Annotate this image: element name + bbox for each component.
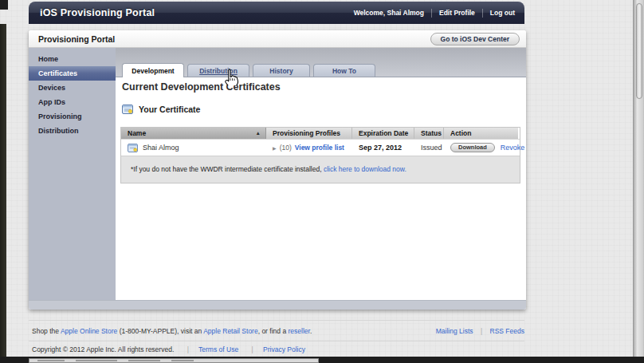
footer-text: . [310,327,312,335]
reseller-link[interactable]: reseller [288,327,309,335]
page-title: iOS Provisioning Portal [29,7,155,18]
sidebar-item-certificates[interactable]: Certificates [29,66,116,81]
apple-online-store-link[interactable]: Apple Online Store [61,327,117,335]
footer-copyright-line: Copyright © 2012 Apple Inc. All rights r… [32,345,305,353]
footer-right-links: Mailing Lists | RSS Feeds [367,327,524,335]
certificate-icon [122,105,133,114]
column-header-action: Action [444,128,518,139]
status-value: Issued [414,144,444,152]
table-row: Shai Almog ▶ (10) View profile list Sep … [121,139,520,156]
apple-retail-store-link[interactable]: Apple Retail Store [203,327,258,335]
sidebar-item-distribution[interactable]: Distribution [29,124,116,138]
divider: | [252,345,253,353]
download-button[interactable]: Download [450,143,495,152]
sidebar-item-provisioning[interactable]: Provisioning [29,109,116,124]
content-box-bottom-band [29,300,526,310]
footer-text: Shop the [32,327,61,335]
portal-header-bar: Provisioning Portal Go to iOS Dev Center [29,30,526,48]
sidebar-item-app-ids[interactable]: App IDs [29,95,116,109]
divider [431,9,432,18]
privacy-policy-link[interactable]: Privacy Policy [263,345,305,353]
wwdr-note: *If you do not have the WWDR intermediat… [121,156,520,183]
column-header-expiration-date[interactable]: Expiration Date [352,128,414,139]
revoke-link[interactable]: Revoke [501,144,525,152]
background-window-toolbar [29,358,319,363]
browser-scrollbar[interactable] [633,0,644,363]
rss-feeds-link[interactable]: RSS Feeds [490,327,524,335]
sidebar-item-home[interactable]: Home [29,52,116,66]
your-certificate-title: Your Certificate [139,105,200,114]
column-header-status[interactable]: Status [414,128,444,139]
footer-text: , or find a [258,327,289,335]
tab-bar: Development Distribution History How To [116,48,526,77]
top-navigation-bar: iOS Provisioning Portal Welcome, Shai Al… [29,2,524,24]
edit-profile-link[interactable]: Edit Profile [439,9,475,17]
tab-distribution[interactable]: Distribution [187,64,249,77]
scrollbar-thumb[interactable] [636,3,642,99]
profiles-count: (10) [280,144,292,152]
desktop-background: iOS Provisioning Portal Welcome, Shai Al… [0,0,644,363]
sidebar-item-devices[interactable]: Devices [29,81,116,95]
background-window-left-edge [0,24,6,357]
certificate-icon [128,144,138,152]
sidebar-navigation: Home Certificates Devices App IDs Provis… [29,48,116,300]
table-header-row: Name ▲ Provisioning Profiles Expiration … [121,128,520,139]
wwdr-note-text: *If you do not have the WWDR intermediat… [131,165,324,173]
tab-history[interactable]: History [253,64,310,77]
footer-shop-line: Shop the Apple Online Store (1-800-MY-AP… [32,327,312,335]
footer-divider [29,320,524,321]
footer-text: (1-800-MY-APPLE), visit an [117,327,203,335]
divider [482,9,483,18]
divider: | [481,327,482,335]
column-header-provisioning-profiles[interactable]: Provisioning Profiles [266,128,352,139]
background-mark [37,360,65,361]
expiration-date: Sep 27, 2012 [352,144,414,152]
view-profile-list-link[interactable]: View profile list [295,144,344,152]
certificates-table: Name ▲ Provisioning Profiles Expiration … [120,127,520,183]
background-mark [171,360,194,361]
footer-divider [29,341,524,341]
copyright-text: Copyright © 2012 Apple Inc. All rights r… [32,345,174,353]
section-heading: Current Development Certificates [122,81,281,93]
main-panel: Development Distribution History How To … [116,48,526,300]
go-to-dev-center-button[interactable]: Go to iOS Dev Center [430,33,520,45]
background-window-corner [0,0,8,10]
tab-development[interactable]: Development [122,63,184,77]
column-header-name[interactable]: Name ▲ [121,128,266,139]
log-out-link[interactable]: Log out [490,9,515,17]
tab-how-to[interactable]: How To [313,64,375,77]
wwdr-download-link[interactable]: click here to download now. [324,165,406,173]
background-mark [76,360,117,361]
portal-content-box: Provisioning Portal Go to iOS Dev Center… [29,30,526,310]
expand-row-icon[interactable]: ▶ [273,145,277,151]
divider: | [187,345,189,353]
certificate-owner-name: Shai Almog [143,144,179,152]
mailing-lists-link[interactable]: Mailing Lists [436,327,473,335]
sort-ascending-icon[interactable]: ▲ [256,128,261,139]
welcome-text: Welcome, Shai Almog [354,9,424,17]
background-mark [128,360,160,361]
terms-of-use-link[interactable]: Terms of Use [198,345,238,353]
